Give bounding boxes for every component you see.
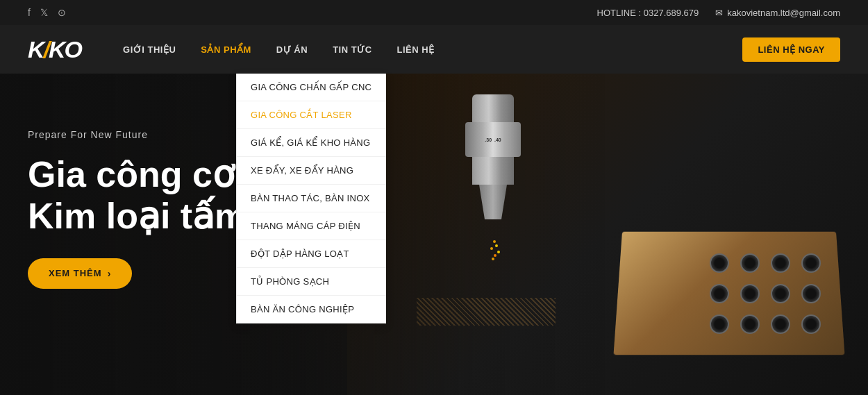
dropdown-item-cat-laser[interactable]: GIA CÔNG CẮT LASER (237, 101, 385, 129)
logo-text: K/KO (28, 35, 81, 63)
contact-button[interactable]: LIÊN HỆ NGAY (742, 37, 840, 62)
twitter-icon[interactable]: 𝕏 (40, 7, 48, 18)
navbar: K/KO GIỚI THIỆU SẢN PHẨM DỰ ÁN TIN TỨC L… (0, 25, 868, 74)
hotline-text: HOTLINE : 0327.689.679 (597, 8, 699, 18)
envelope-icon: ✉ (715, 8, 723, 18)
hero-title-line2: Kim loại tấm (28, 196, 247, 237)
logo[interactable]: K/KO (28, 35, 81, 64)
email-block: ✉ kakovietnam.ltd@gmail.com (715, 8, 840, 18)
dropdown-item-chan-gap-cnc[interactable]: GIA CÔNG CHẤN GẤP CNC (237, 74, 385, 101)
hero-section: .30 .40 Prepare For New Future Gia công … (0, 74, 868, 395)
dropdown-menu: GIA CÔNG CHẤN GẤP CNC GIA CÔNG CẮT LASER… (236, 74, 386, 323)
top-bar: f 𝕏 ⊙ HOTLINE : 0327.689.679 ✉ kakovietn… (0, 0, 868, 25)
facebook-icon[interactable]: f (28, 7, 31, 18)
xem-them-button[interactable]: XEM THÊM › (28, 258, 132, 289)
top-bar-contact: HOTLINE : 0327.689.679 ✉ kakovietnam.ltd… (597, 8, 840, 18)
dropdown-item-xe-day[interactable]: XE ĐẨY, XE ĐẨY HÀNG (237, 157, 385, 185)
nav-san-pham[interactable]: SẢN PHẨM (201, 44, 251, 55)
hero-tagline: Prepare For New Future (28, 129, 247, 140)
hero-title-line1: Gia công cơ (28, 154, 247, 196)
nav-tin-tuc[interactable]: TIN TỨC (333, 44, 372, 55)
dropdown-item-ban-thao-tac[interactable]: BÀN THAO TÁC, BÀN INOX (237, 185, 385, 212)
dropdown-item-thang-mang[interactable]: THANG MÁNG CÁP ĐIỆN (237, 212, 385, 240)
github-icon[interactable]: ⊙ (58, 7, 66, 18)
nav-gioi-thieu[interactable]: GIỚI THIỆU (123, 44, 176, 55)
hero-image: .30 .40 (347, 74, 868, 395)
hero-content: Prepare For New Future Gia công cơ Kim l… (28, 129, 247, 289)
nav-links: GIỚI THIỆU SẢN PHẨM DỰ ÁN TIN TỨC LIÊN H… (123, 44, 742, 55)
dropdown-item-dot-dap[interactable]: ĐỘT DẬP HÀNG LOẠT (237, 240, 385, 268)
nav-du-an[interactable]: DỰ ÁN (276, 44, 308, 55)
dropdown-item-ban-an[interactable]: BÀN ĂN CÔNG NGHIỆP (237, 296, 385, 323)
email-text: kakovietnam.ltd@gmail.com (727, 8, 840, 18)
dropdown-item-gia-ke[interactable]: GIÁ KỂ, GIÁ KỂ KHO HÀNG (237, 129, 385, 157)
chevron-right-icon: › (108, 268, 112, 279)
social-links: f 𝕏 ⊙ (28, 7, 66, 18)
nav-lien-he[interactable]: LIÊN HỆ (397, 44, 435, 55)
dropdown-item-tu-phong-sach[interactable]: TỦ PHÒNG SẠCH (237, 268, 385, 296)
hero-title: Gia công cơ Kim loại tấm (28, 154, 247, 237)
xem-them-label: XEM THÊM (49, 268, 102, 278)
